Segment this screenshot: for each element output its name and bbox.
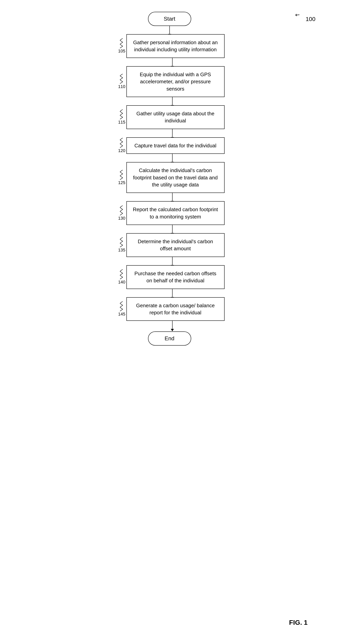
zigzag-140 [120,269,125,279]
diagram-container: 100 ↗ FIG. 1 Start 105 Gather personal i… [0,0,339,644]
step-115-wrapper: 115 Gather utility usage data about the … [115,105,225,129]
step-135-wrapper: 135 Determine the individual's carbon of… [115,233,225,257]
end-node: End [148,332,191,346]
process-box-110: Equip the individual with a GPS accelero… [126,66,225,97]
step-130-text: Report the calculated carbon footprint t… [133,206,218,220]
step-num-145: 145 [118,312,125,317]
step-135-text: Determine the individual's carbon offset… [138,238,213,252]
step-num-120: 120 [118,148,125,153]
step-num-135: 135 [118,248,125,253]
step-num-125: 125 [118,180,125,185]
step-125-text: Calculate the individual's carbon footpr… [133,168,218,188]
step-105-wrapper: 105 Gather personal information about an… [115,34,225,58]
zigzag-125 [120,170,125,180]
process-box-120: Capture travel data for the individual [126,137,225,154]
step-145-wrapper: 145 Generate a carbon usage/ balance rep… [115,297,225,321]
step-120-wrapper: 120 Capture travel data for the individu… [115,137,225,154]
step-140-text: Purchase the needed carbon offsets on be… [134,270,216,284]
figure-label: FIG. 1 [289,619,308,626]
step-115-text: Gather utility usage data about the indi… [136,110,215,124]
flowchart: Start 105 Gather personal information ab… [119,12,221,346]
zigzag-115 [120,110,125,119]
step-145-text: Generate a carbon usage/ balance report … [136,302,215,316]
step-110-wrapper: 110 Equip the individual with a GPS acce… [115,66,225,97]
step-120-text: Capture travel data for the individual [134,143,217,148]
step-125-wrapper: 125 Calculate the individual's carbon fo… [115,162,225,193]
zigzag-135 [120,237,125,247]
process-box-115: Gather utility usage data about the indi… [126,105,225,129]
process-box-105: Gather personal information about an ind… [126,34,225,58]
zigzag-105 [120,38,125,48]
zigzag-120 [120,138,125,148]
zigzag-130 [120,206,125,215]
process-box-125: Calculate the individual's carbon footpr… [126,162,225,193]
reference-arrow: ↗ [294,11,301,19]
step-130-wrapper: 130 Report the calculated carbon footpri… [115,201,225,225]
step-140-wrapper: 140 Purchase the needed carbon offsets o… [115,265,225,289]
process-box-145: Generate a carbon usage/ balance report … [126,297,225,321]
start-node: Start [148,12,191,26]
step-110-text: Equip the individual with a GPS accelero… [140,72,211,92]
zigzag-110 [120,74,125,84]
process-box-135: Determine the individual's carbon offset… [126,233,225,257]
step-num-140: 140 [118,280,125,285]
zigzag-145 [120,301,125,311]
process-box-130: Report the calculated carbon footprint t… [126,201,225,225]
step-num-130: 130 [118,216,125,221]
step-num-105: 105 [118,48,125,54]
process-box-140: Purchase the needed carbon offsets on be… [126,265,225,289]
step-num-110: 110 [118,84,125,89]
step-num-115: 115 [118,120,125,125]
step-105-text: Gather personal information about an ind… [133,40,218,52]
reference-number: 100 [306,16,316,22]
